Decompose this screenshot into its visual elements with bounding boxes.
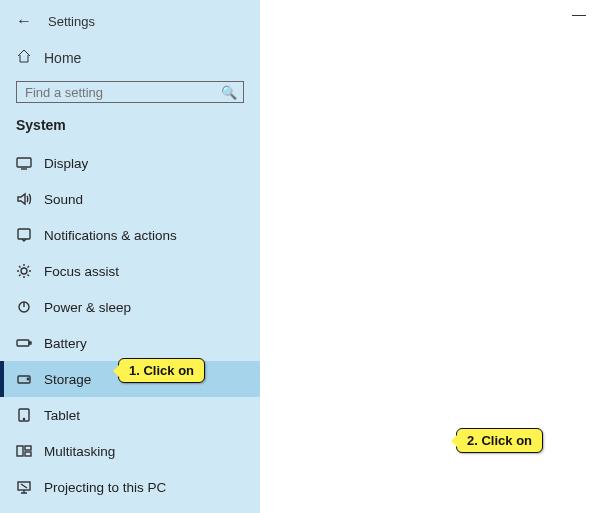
storage-icon	[16, 371, 32, 387]
window-title: Settings	[48, 14, 95, 29]
svg-rect-4	[17, 340, 29, 346]
nav-label: Sound	[44, 192, 83, 207]
annotation-callout-1: 1. Click on	[118, 358, 205, 383]
nav-power-sleep[interactable]: Power & sleep	[0, 289, 260, 325]
svg-rect-12	[25, 452, 31, 456]
nav-projecting[interactable]: Projecting to this PC	[0, 469, 260, 505]
nav-battery[interactable]: Battery	[0, 325, 260, 361]
nav-label: Focus assist	[44, 264, 119, 279]
nav-sound[interactable]: Sound	[0, 181, 260, 217]
home-label: Home	[44, 50, 81, 66]
projecting-icon	[16, 479, 32, 495]
home-nav[interactable]: Home	[0, 40, 260, 75]
search-icon: 🔍	[215, 85, 243, 100]
sound-icon	[16, 191, 32, 207]
svg-point-9	[23, 418, 24, 419]
nav-focus-assist[interactable]: Focus assist	[0, 253, 260, 289]
tablet-icon	[16, 407, 32, 423]
section-heading: System	[0, 113, 260, 145]
search-input[interactable]	[17, 85, 215, 100]
nav-label: Storage	[44, 372, 91, 387]
nav-tablet[interactable]: Tablet	[0, 397, 260, 433]
svg-rect-11	[25, 446, 31, 450]
nav-multitasking[interactable]: Multitasking	[0, 433, 260, 469]
nav-label: Battery	[44, 336, 87, 351]
multitasking-icon	[16, 443, 32, 459]
nav-label: Projecting to this PC	[44, 480, 166, 495]
battery-icon	[16, 335, 32, 351]
focus-icon	[16, 263, 32, 279]
minimize-button[interactable]: —	[572, 6, 586, 22]
nav-label: Notifications & actions	[44, 228, 177, 243]
nav-label: Tablet	[44, 408, 80, 423]
search-input-wrap[interactable]: 🔍	[16, 81, 244, 103]
home-icon	[16, 48, 32, 67]
svg-point-2	[21, 268, 27, 274]
svg-rect-10	[17, 446, 23, 456]
nav-label: Power & sleep	[44, 300, 131, 315]
annotation-callout-2: 2. Click on	[456, 428, 543, 453]
nav-label: Display	[44, 156, 88, 171]
notifications-icon	[16, 227, 32, 243]
nav-display[interactable]: Display	[0, 145, 260, 181]
svg-rect-1	[18, 229, 30, 239]
svg-rect-5	[29, 342, 31, 344]
display-icon	[16, 155, 32, 171]
nav-label: Multitasking	[44, 444, 115, 459]
svg-point-7	[27, 378, 28, 379]
nav-notifications[interactable]: Notifications & actions	[0, 217, 260, 253]
back-icon[interactable]: ←	[16, 12, 32, 30]
power-icon	[16, 299, 32, 315]
svg-rect-0	[17, 158, 31, 167]
